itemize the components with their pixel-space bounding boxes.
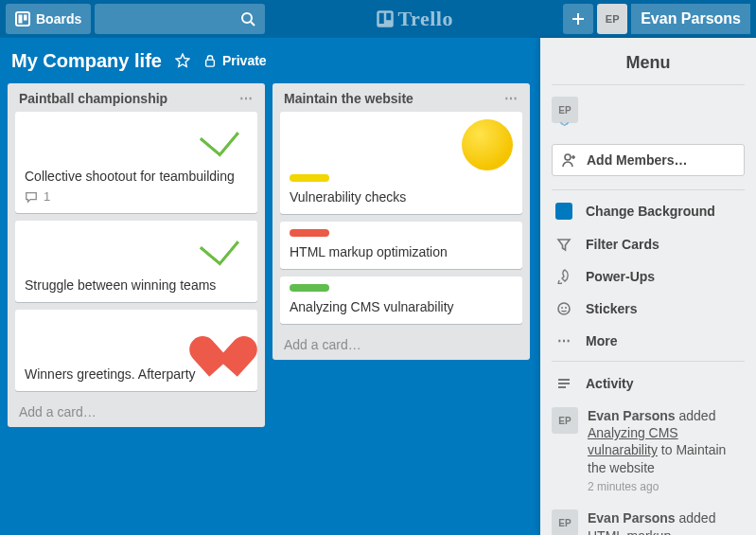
add-card-button[interactable]: Add a card… [280, 331, 522, 352]
logo-text: Trello [398, 7, 453, 31]
members-row: EP ︾ [540, 85, 756, 144]
star-icon [175, 53, 190, 68]
search-input[interactable] [95, 4, 265, 34]
activity-card-link[interactable]: HTML markup optimization [588, 528, 671, 535]
svg-line-4 [251, 22, 255, 26]
app-logo[interactable]: Trello [269, 7, 559, 31]
lock-icon [203, 54, 217, 67]
smile-sticker [462, 119, 513, 170]
card-label-red [290, 229, 329, 237]
check-sticker [197, 119, 248, 165]
list: Maintain the website ⋯ Vulnerability che… [273, 83, 530, 360]
list-title[interactable]: Maintain the website [284, 91, 413, 106]
svg-rect-7 [386, 13, 391, 21]
svg-point-3 [242, 13, 252, 23]
activity-label: Activity [586, 376, 634, 391]
card[interactable]: Collective shootout for teambuilding 1 [15, 112, 257, 213]
card[interactable]: Winners greetings. Afterparty [15, 310, 257, 391]
visibility-label: Private [222, 53, 267, 68]
menu-item-label: Power-Ups [586, 269, 655, 284]
board-menu-panel: Menu EP ︾ Add Members… Change Background… [540, 38, 756, 535]
activity-verb: added [679, 408, 716, 423]
filter-icon [556, 237, 571, 252]
sticker-icon [556, 301, 571, 316]
activity-item: EP Evan Parsons added HTML markup optimi… [540, 502, 756, 535]
header-avatar[interactable]: EP [597, 4, 627, 34]
svg-rect-8 [206, 60, 215, 66]
visibility-button[interactable]: Private [203, 53, 267, 68]
menu-item-label: Stickers [586, 301, 637, 316]
menu-item-label: Filter Cards [586, 237, 659, 252]
logo-icon [376, 9, 395, 28]
list: Paintball championship ⋯ Collective shoo… [8, 83, 265, 427]
add-members-button[interactable]: Add Members… [552, 144, 745, 176]
card[interactable]: Struggle between winning teams [15, 221, 257, 302]
card-label-green [290, 284, 329, 292]
search-icon [240, 11, 255, 27]
card[interactable]: Analyzing CMS vulnarability [280, 276, 522, 324]
svg-rect-6 [378, 13, 383, 24]
menu-list: Change Background Filter Cards Power-Ups… [540, 190, 756, 361]
menu-title: Menu [540, 38, 756, 84]
activity-time: 2 minutes ago [588, 480, 745, 495]
activity-user: Evan Parsons [588, 510, 676, 526]
svg-rect-2 [24, 15, 27, 21]
list-menu-button[interactable]: ⋯ [504, 91, 519, 106]
boards-button[interactable]: Boards [6, 4, 91, 34]
comment-icon [25, 190, 38, 204]
boards-label: Boards [36, 11, 81, 27]
svg-point-10 [558, 303, 570, 314]
menu-stickers[interactable]: Stickers [540, 293, 756, 325]
add-card-button[interactable]: Add a card… [15, 399, 257, 419]
list-title[interactable]: Paintball championship [19, 91, 167, 106]
comment-count: 1 [44, 189, 50, 204]
activity-avatar[interactable]: EP [552, 407, 578, 434]
rocket-icon [556, 269, 571, 284]
card[interactable]: Vulnerability checks [280, 112, 522, 214]
activity-avatar[interactable]: EP [552, 509, 578, 535]
heart-sticker [199, 317, 248, 363]
menu-item-label: Change Background [586, 204, 715, 219]
card-title: Vulnerability checks [290, 189, 513, 205]
menu-change-background[interactable]: Change Background [540, 194, 756, 228]
chevron-expand-icon: ︾ [560, 119, 570, 133]
list-menu-button[interactable]: ⋯ [239, 91, 254, 106]
svg-rect-0 [16, 12, 29, 26]
card-title: Analyzing CMS vulnarability [290, 299, 513, 314]
background-swatch-icon [555, 203, 572, 220]
add-member-icon [562, 152, 577, 168]
card[interactable]: HTML markup optimization [280, 222, 522, 269]
check-sticker [197, 228, 248, 274]
card-title: Struggle between winning teams [25, 277, 248, 293]
menu-activity-header[interactable]: Activity [540, 367, 756, 400]
svg-point-12 [565, 307, 567, 309]
star-button[interactable] [175, 53, 190, 68]
user-menu[interactable]: Evan Parsons [631, 4, 750, 34]
board-title[interactable]: My Company life [11, 50, 162, 72]
activity-item: EP Evan Parsons added Analyzing CMS vuln… [540, 400, 756, 502]
menu-filter-cards[interactable]: Filter Cards [540, 228, 756, 260]
create-button[interactable] [563, 4, 593, 34]
activity-verb: added [679, 510, 716, 526]
menu-power-ups[interactable]: Power-Ups [540, 260, 756, 293]
boards-icon [15, 11, 30, 27]
activity-icon [556, 376, 571, 391]
svg-point-9 [565, 154, 571, 160]
plus-icon [571, 11, 586, 27]
more-icon: ⋯ [555, 333, 572, 348]
app-header: Boards Trello EP Evan Parsons [0, 0, 756, 38]
svg-point-11 [561, 307, 563, 309]
activity-user: Evan Parsons [588, 408, 676, 423]
menu-item-label: More [586, 333, 617, 348]
card-label-yellow [290, 174, 329, 182]
card-title: Collective shootout for teambuilding [25, 169, 248, 184]
card-title: HTML markup optimization [290, 244, 513, 259]
add-members-label: Add Members… [587, 152, 688, 168]
svg-rect-1 [19, 15, 23, 24]
menu-more[interactable]: ⋯ More [540, 325, 756, 357]
